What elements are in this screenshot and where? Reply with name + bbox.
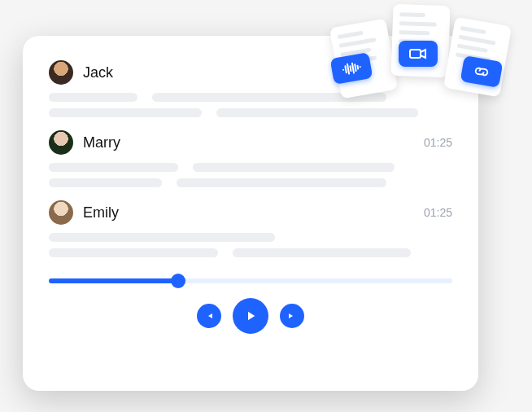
placeholder-line <box>193 163 395 172</box>
transcript-line-row <box>49 93 452 102</box>
avatar <box>49 130 73 155</box>
transcript-line-row <box>49 178 452 187</box>
speaker-name: Jack <box>83 64 113 81</box>
speaker-header: Jack <box>49 60 452 85</box>
avatar <box>49 200 73 225</box>
previous-button[interactable] <box>197 304 221 328</box>
placeholder-line <box>177 178 386 187</box>
speaker-header: Marry 01:25 <box>49 130 452 155</box>
transcript-line-row <box>49 163 452 172</box>
placeholder-line <box>216 108 418 117</box>
placeholder-line <box>49 178 162 187</box>
transcript-card: Jack Marry 01:25 Emily <box>23 36 478 391</box>
speaker-name: Marry <box>83 134 120 151</box>
playback-progress[interactable] <box>49 278 452 283</box>
transcript-line-row <box>49 248 452 257</box>
skip-back-icon <box>204 311 214 321</box>
speaker-name: Emily <box>83 204 119 221</box>
placeholder-line <box>49 93 137 102</box>
speaker-time: 01:25 <box>424 206 452 219</box>
play-button[interactable] <box>233 298 268 334</box>
transcript-line-row <box>49 233 452 242</box>
progress-thumb[interactable] <box>171 274 185 288</box>
play-icon <box>243 309 258 323</box>
placeholder-line <box>49 163 178 172</box>
skip-forward-icon <box>287 311 297 321</box>
placeholder-line <box>49 248 218 257</box>
placeholder-line <box>49 233 275 242</box>
speaker-block: Marry 01:25 <box>49 130 452 187</box>
avatar <box>49 60 73 85</box>
next-button[interactable] <box>280 304 304 328</box>
speaker-block: Jack <box>49 60 452 117</box>
speaker-time: 01:25 <box>424 136 452 149</box>
placeholder-line <box>49 108 202 117</box>
placeholder-line <box>233 248 410 257</box>
speaker-header: Emily 01:25 <box>49 200 452 225</box>
progress-fill <box>49 278 178 283</box>
placeholder-line <box>152 93 386 102</box>
transcript-line-row <box>49 108 452 117</box>
speaker-block: Emily 01:25 <box>49 200 452 257</box>
playback-controls <box>49 298 452 334</box>
